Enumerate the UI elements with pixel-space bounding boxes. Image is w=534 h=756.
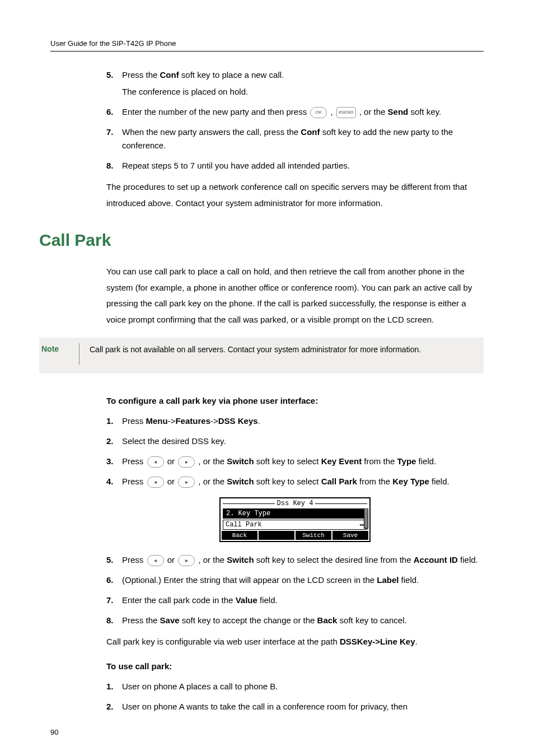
- step-number: 7.: [106, 594, 122, 607]
- menu: Menu: [146, 416, 168, 426]
- text: field.: [458, 555, 478, 564]
- cfg-step-1: 1. Press Menu->Features->DSS Keys.: [106, 414, 484, 428]
- lcd-field-label: 2. Key Type: [223, 508, 367, 519]
- step-number: 5.: [106, 68, 122, 99]
- web-path-para: Call park key is configurable via web us…: [106, 634, 484, 650]
- text: , or the: [196, 555, 227, 564]
- lcd-softkey-empty: [259, 531, 296, 540]
- step-body: User on phone A places a call to phone B…: [122, 680, 484, 693]
- lcd-scrollbar: [364, 508, 368, 529]
- text: from the: [362, 456, 397, 466]
- text: field.: [257, 595, 278, 605]
- step-number: 2.: [106, 700, 122, 713]
- lcd-softkey-switch: Switch: [296, 531, 332, 540]
- left-key-icon: ◂: [147, 456, 164, 468]
- lcd-field-value-row: Call Park ◂▸: [223, 520, 367, 530]
- step-body: Press Menu->Features->DSS Keys.: [122, 414, 484, 428]
- text: ,: [328, 107, 335, 116]
- network-conf-steps: 5. Press the Conf soft key to place a ne…: [106, 68, 484, 211]
- arrow: ->: [210, 416, 218, 426]
- step-body: Enter the call park code in the Value fi…: [122, 594, 484, 607]
- text: Enter the call park code in the: [122, 595, 236, 605]
- step-body: Enter the number of the new party and th…: [122, 105, 484, 119]
- step-body: Select the desired DSS key.: [122, 435, 484, 448]
- text: Press the: [122, 615, 160, 625]
- text: .: [415, 637, 418, 646]
- document-page: User Guide for the SIP-T42G IP Phone 5. …: [0, 0, 534, 756]
- left-arrow-glyph: ◂: [154, 459, 157, 465]
- step-5: 5. Press the Conf soft key to place a ne…: [106, 68, 484, 99]
- step-body: User on phone A wants to take the call i…: [122, 700, 484, 713]
- call-park-intro: You can use call park to place a call on…: [106, 264, 484, 328]
- text: , or the: [196, 456, 227, 466]
- text: (Optional.) Enter the string that will a…: [122, 575, 377, 585]
- lcd-softkey-save: Save: [332, 531, 368, 540]
- step-6: 6. Enter the number of the new party and…: [106, 105, 484, 119]
- note-body: Call park is not available on all server…: [90, 343, 477, 356]
- value-field: Value: [236, 595, 257, 605]
- left-arrow-glyph: ◂: [154, 558, 157, 563]
- text: field.: [399, 575, 419, 585]
- arrow: ->: [168, 416, 176, 426]
- text: Press: [122, 555, 146, 564]
- text: field.: [429, 477, 449, 486]
- key-type-field: Key Type: [392, 477, 429, 486]
- step-body: Press the Conf soft key to place a new c…: [122, 68, 484, 99]
- text: soft key to select: [254, 477, 321, 486]
- text: soft key to select: [254, 456, 321, 466]
- lcd-softkey-row: Back Switch Save: [222, 531, 368, 540]
- text: Enter the number of the new party and th…: [122, 107, 309, 116]
- step-body: Press ◂ or ▸ , or the Switch soft key to…: [122, 475, 484, 488]
- account-id-field: Account ID: [414, 555, 458, 564]
- text: soft key to cancel.: [337, 615, 406, 625]
- note-label: Note: [39, 343, 79, 365]
- note-block: Note Call park is not available on all s…: [39, 338, 484, 374]
- text: Press: [122, 416, 146, 426]
- left-arrow-glyph: ◂: [154, 479, 157, 485]
- cfg-step-2: 2. Select the desired DSS key.: [106, 435, 484, 448]
- text: Press: [122, 456, 146, 466]
- step-body: Press ◂ or ▸ , or the Switch soft key to…: [122, 553, 484, 567]
- cfg-step-7: 7. Enter the call park code in the Value…: [106, 594, 484, 607]
- call-park-heading: Call Park: [39, 231, 484, 250]
- step-number: 3.: [106, 455, 122, 468]
- text: field.: [416, 456, 436, 466]
- step-body: (Optional.) Enter the string that will a…: [122, 573, 484, 587]
- step-number: 6.: [106, 105, 122, 119]
- use-call-park-title: To use call park:: [106, 661, 484, 671]
- back-key: Back: [317, 615, 338, 625]
- lcd-softkey-back: Back: [222, 531, 259, 540]
- step-body: Press ◂ or ▸ , or the Switch soft key to…: [122, 455, 484, 468]
- text: soft key to place a new call.: [179, 70, 284, 80]
- text: soft key.: [408, 107, 441, 116]
- cfg-step-6: 6. (Optional.) Enter the string that wil…: [106, 573, 484, 587]
- step-number: 4.: [106, 475, 122, 488]
- lcd-screen: Dss Key 4 2. Key Type Call Park ◂▸ Back …: [219, 497, 371, 542]
- step-number: 6.: [106, 573, 122, 587]
- text: or: [165, 456, 177, 466]
- configure-call-park: To configure a call park key via phone u…: [106, 396, 484, 713]
- step-number: 1.: [106, 680, 122, 693]
- text: Call park key is configurable via web us…: [106, 637, 340, 646]
- step-body: When the new party answers the call, pre…: [122, 125, 484, 152]
- configure-title: To configure a call park key via phone u…: [106, 396, 484, 405]
- text: soft key to accept the change or the: [180, 615, 317, 625]
- step-7: 7. When the new party answers the call, …: [106, 125, 484, 152]
- use-step-1: 1. User on phone A places a call to phon…: [106, 680, 484, 693]
- text: or: [165, 477, 177, 486]
- header-title: User Guide for the SIP-T42G IP Phone: [50, 39, 176, 48]
- step-8: 8. Repeat steps 5 to 7 until you have ad…: [106, 159, 484, 172]
- step-number: 8.: [106, 614, 122, 627]
- step-sub: The conference is placed on hold.: [122, 85, 484, 99]
- step-number: 5.: [106, 553, 122, 567]
- text: from the: [357, 477, 392, 486]
- text: or: [165, 555, 177, 564]
- right-key-icon: ▸: [178, 555, 195, 566]
- cfg-step-8: 8. Press the Save soft key to accept the…: [106, 614, 484, 627]
- step-number: 2.: [106, 435, 122, 448]
- features: Features: [175, 416, 210, 426]
- label-field: Label: [377, 575, 399, 585]
- right-key-icon: ▸: [178, 477, 195, 488]
- right-arrow-glyph: ▸: [185, 558, 188, 563]
- right-arrow-glyph: ▸: [185, 479, 188, 485]
